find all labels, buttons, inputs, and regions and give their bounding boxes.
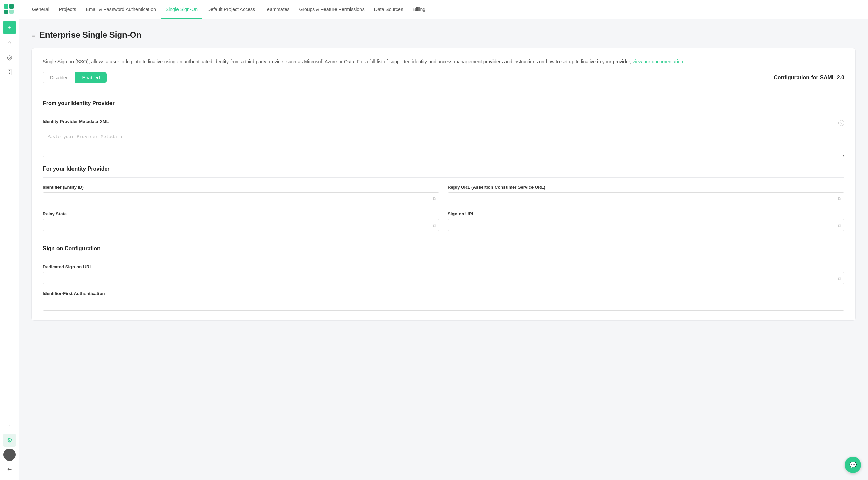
entity-id-copy-icon[interactable]: ⧉ — [433, 196, 436, 201]
chevron-right-icon: › — [9, 423, 10, 428]
reply-url-wrapper: ⧉ — [448, 192, 844, 204]
entity-id-col: Identifier (Entity ID) ⧉ — [43, 185, 439, 204]
tab-general[interactable]: General — [27, 0, 54, 19]
compass-icon: ◎ — [7, 54, 12, 61]
chat-icon: 💬 — [849, 461, 857, 469]
sidebar: ＋ ⌂ ◎ 🗄 › ⚙ ⬅ — [0, 0, 19, 480]
metadata-xml-field-wrapper — [43, 130, 844, 158]
relay-state-signon-url-row: Relay State ⧉ Sign-on URL ⧉ — [43, 211, 844, 231]
from-identity-provider-heading: From your Identity Provider — [43, 93, 844, 112]
tab-projects[interactable]: Projects — [54, 0, 81, 19]
metadata-xml-help-icon[interactable]: ? — [838, 120, 844, 126]
metadata-xml-label: Identity Provider Metadata XML — [43, 119, 109, 124]
back-icon: ⬅ — [7, 466, 12, 472]
reply-url-col: Reply URL (Assertion Consumer Service UR… — [448, 185, 844, 204]
tab-billing[interactable]: Billing — [408, 0, 430, 19]
gear-icon: ⚙ — [7, 437, 12, 444]
sign-on-url-copy-icon[interactable]: ⧉ — [838, 222, 841, 228]
main-content: General Projects Email & Password Authen… — [19, 0, 868, 480]
metadata-xml-label-row: Identity Provider Metadata XML ? — [43, 119, 844, 127]
plus-icon: ＋ — [6, 23, 13, 31]
entity-id-input[interactable] — [43, 192, 439, 204]
tab-groups[interactable]: Groups & Feature Permissions — [294, 0, 369, 19]
entity-id-reply-url-row: Identifier (Entity ID) ⧉ Reply URL (Asse… — [43, 185, 844, 204]
toggle-row: Disabled Enabled Configuration for SAML … — [43, 72, 844, 83]
relay-state-wrapper: ⧉ — [43, 219, 439, 231]
sign-on-url-input[interactable] — [448, 219, 844, 231]
relay-state-label: Relay State — [43, 211, 439, 216]
sign-on-url-col: Sign-on URL ⧉ — [448, 211, 844, 231]
relay-state-copy-icon[interactable]: ⧉ — [433, 222, 436, 228]
config-label: Configuration for SAML 2.0 — [774, 75, 844, 81]
documentation-link[interactable]: view our documentation — [632, 59, 683, 64]
chat-button[interactable]: 💬 — [845, 457, 861, 473]
relay-state-input[interactable] — [43, 219, 439, 231]
enable-disable-toggle: Disabled Enabled — [43, 72, 107, 83]
database-icon: 🗄 — [6, 69, 13, 76]
identifier-first-auth-input[interactable] — [43, 299, 844, 311]
sign-on-url-wrapper: ⧉ — [448, 219, 844, 231]
identifier-first-auth-label: Identifier-First Authentication — [43, 291, 844, 296]
expand-nav[interactable]: › — [3, 418, 16, 432]
reply-url-label: Reply URL (Assertion Consumer Service UR… — [448, 185, 844, 190]
home-nav[interactable]: ⌂ — [3, 36, 16, 49]
top-nav: General Projects Email & Password Authen… — [19, 0, 868, 19]
explore-nav[interactable]: ◎ — [3, 51, 16, 64]
tab-teammates[interactable]: Teammates — [260, 0, 294, 19]
app-logo — [4, 4, 15, 15]
dedicated-sign-on-wrapper: ⧉ — [43, 272, 844, 284]
sign-on-config-heading: Sign-on Configuration — [43, 238, 844, 257]
settings-nav[interactable]: ⚙ — [3, 434, 16, 447]
back-nav[interactable]: ⬅ — [3, 462, 16, 476]
description-text: Single Sign-on (SSO), allows a user to l… — [43, 58, 844, 65]
data-nav[interactable]: 🗄 — [3, 66, 16, 79]
home-icon: ⌂ — [8, 39, 11, 46]
reply-url-copy-icon[interactable]: ⧉ — [838, 196, 841, 201]
page-title: Enterprise Single Sign-On — [40, 30, 141, 40]
tab-sso[interactable]: Single Sign-On — [161, 0, 202, 19]
for-identity-provider-heading: For your Identity Provider — [43, 158, 844, 178]
add-button[interactable]: ＋ — [3, 21, 16, 34]
tab-email-auth[interactable]: Email & Password Authentication — [81, 0, 160, 19]
tab-data-sources[interactable]: Data Sources — [369, 0, 408, 19]
dedicated-sign-on-input[interactable] — [43, 272, 844, 284]
reply-url-input[interactable] — [448, 192, 844, 204]
enabled-toggle[interactable]: Enabled — [75, 72, 106, 83]
page-title-row: ≡ Enterprise Single Sign-On — [31, 30, 856, 40]
sign-on-url-label: Sign-on URL — [448, 211, 844, 216]
relay-state-col: Relay State ⧉ — [43, 211, 439, 231]
dedicated-sign-on-label: Dedicated Sign-on URL — [43, 264, 844, 269]
user-avatar[interactable] — [3, 449, 16, 461]
entity-id-label: Identifier (Entity ID) — [43, 185, 439, 190]
sso-card: Single Sign-on (SSO), allows a user to l… — [31, 48, 856, 321]
dedicated-sign-on-copy-icon[interactable]: ⧉ — [838, 275, 841, 281]
identifier-first-auth-wrapper — [43, 299, 844, 311]
metadata-xml-input[interactable] — [43, 130, 844, 157]
page-content: ≡ Enterprise Single Sign-On Single Sign-… — [19, 19, 868, 480]
tab-default-project[interactable]: Default Project Access — [202, 0, 260, 19]
page-title-icon: ≡ — [31, 31, 36, 39]
disabled-toggle[interactable]: Disabled — [43, 72, 75, 83]
entity-id-wrapper: ⧉ — [43, 192, 439, 204]
